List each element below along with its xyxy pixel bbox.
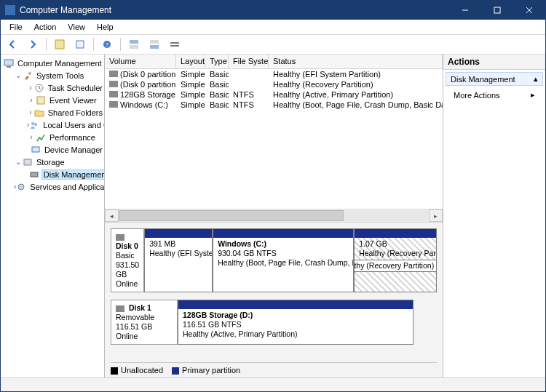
partition-cap <box>213 229 353 238</box>
chevron-right-icon: ▸ <box>531 90 535 100</box>
partition-strip: 128GB Storage (D:)116.51 GB NTFSHealthy … <box>178 300 437 345</box>
chevron-up-icon: ▴ <box>534 74 538 84</box>
tree-device-manager[interactable]: Device Manager <box>1 143 104 156</box>
legend-unallocated: Unallocated <box>111 366 163 375</box>
event-icon <box>36 95 46 105</box>
device-icon <box>31 145 41 155</box>
volume-row[interactable]: (Disk 0 partition 1)SimpleBasicHealthy (… <box>105 69 443 79</box>
legend-primary: Primary partition <box>172 366 240 375</box>
expand-icon[interactable]: › <box>27 108 34 116</box>
svg-text:?: ? <box>106 41 109 48</box>
disk-icon <box>109 81 118 87</box>
disk-row: Disk 1Removable116.51 GBOnline128GB Stor… <box>111 300 437 345</box>
scroll-thumb[interactable] <box>119 210 344 221</box>
partition-cap <box>178 300 413 309</box>
svg-rect-12 <box>170 42 179 44</box>
folder-icon <box>34 108 44 118</box>
tree-local-users[interactable]: ›Local Users and Groups <box>1 119 104 131</box>
svg-rect-5 <box>76 41 84 48</box>
col-volume[interactable]: Volume <box>105 55 176 69</box>
tree-storage[interactable]: ⌄Storage <box>1 156 104 168</box>
tree-shared-folders[interactable]: ›Shared Folders <box>1 106 104 119</box>
col-type[interactable]: Type <box>205 55 229 69</box>
expand-icon[interactable]: › <box>27 133 36 141</box>
svg-rect-8 <box>130 40 138 44</box>
partition[interactable]: Windows (C:)930.04 GB NTFSHealthy (Boot,… <box>213 228 354 292</box>
maximize-button[interactable] <box>481 1 513 20</box>
nav-tree[interactable]: Computer Management (Local) ⌄ System Too… <box>1 55 105 377</box>
collapse-icon[interactable]: ⌄ <box>14 71 23 79</box>
disk-diagram: Disk 0Basic931.50 GBOnline391 MBHealthy … <box>105 222 443 377</box>
h-scrollbar[interactable]: ◂ ▸ <box>105 209 443 222</box>
volume-row[interactable]: Windows (C:)SimpleBasicNTFSHealthy (Boot… <box>105 100 443 110</box>
tree-performance[interactable]: ›Performance <box>1 131 104 143</box>
svg-rect-21 <box>32 147 39 152</box>
tree-event-viewer[interactable]: ›Event Viewer <box>1 94 104 106</box>
close-button[interactable] <box>513 1 545 20</box>
svg-rect-22 <box>24 159 31 165</box>
forward-button[interactable] <box>24 36 41 53</box>
menu-help[interactable]: Help <box>91 21 119 33</box>
menu-action[interactable]: Action <box>28 21 63 33</box>
svg-rect-9 <box>130 45 138 49</box>
scroll-left-icon[interactable]: ◂ <box>105 209 119 222</box>
swatch-blue <box>172 367 179 375</box>
tooltip: Healthy (Recovery Partition) <box>354 260 437 272</box>
tree-root[interactable]: Computer Management (Local) <box>1 57 104 69</box>
disk-icon <box>116 234 124 241</box>
volume-header: Volume Layout Type File System Status <box>105 55 443 69</box>
collapse-icon[interactable]: ⌄ <box>14 158 23 166</box>
scroll-right-icon[interactable]: ▸ <box>429 209 443 222</box>
users-icon <box>29 120 39 130</box>
actions-pane: Actions Disk Management ▴ More Actions ▸ <box>443 55 545 377</box>
scroll-track[interactable] <box>119 210 429 221</box>
col-fs[interactable]: File System <box>229 55 269 69</box>
perf-icon <box>36 132 46 143</box>
disk-icon <box>109 91 118 97</box>
svg-rect-15 <box>7 66 11 68</box>
volume-list[interactable]: (Disk 0 partition 1)SimpleBasicHealthy (… <box>105 69 443 209</box>
disk-icon <box>29 169 39 180</box>
disk-row: Disk 0Basic931.50 GBOnline391 MBHealthy … <box>111 228 437 292</box>
tree-disk-management[interactable]: Disk Management <box>1 168 104 180</box>
menu-file[interactable]: File <box>4 21 28 33</box>
properties-button[interactable] <box>71 36 89 53</box>
settings-button[interactable] <box>166 36 183 53</box>
volume-row[interactable]: (Disk 0 partition 4)SimpleBasicHealthy (… <box>105 79 443 89</box>
minimize-button[interactable] <box>449 1 481 20</box>
storage-icon <box>23 157 33 167</box>
expand-icon[interactable]: › <box>27 84 34 92</box>
tree-services-apps[interactable]: ›Services and Applications <box>1 180 104 193</box>
actions-header: Actions <box>443 55 545 70</box>
disk-head[interactable]: Disk 1Removable116.51 GBOnline <box>111 300 178 345</box>
expand-icon[interactable]: › <box>27 96 36 104</box>
partition[interactable]: 1.07 GBHealthy (Recovery Partition)Healt… <box>354 228 437 292</box>
app-icon <box>5 5 15 15</box>
separator <box>46 38 47 51</box>
view-bottom-button[interactable] <box>146 36 163 53</box>
partition[interactable]: 128GB Storage (D:)116.51 GB NTFSHealthy … <box>178 300 414 345</box>
col-status[interactable]: Status <box>269 55 443 69</box>
action-more[interactable]: More Actions ▸ <box>443 88 545 102</box>
disk-head[interactable]: Disk 0Basic931.50 GBOnline <box>111 228 144 292</box>
view-top-button[interactable] <box>125 36 143 53</box>
show-hide-tree-button[interactable] <box>51 36 68 53</box>
computer-icon <box>4 58 14 68</box>
disk-icon <box>109 71 118 77</box>
partition-cap <box>145 229 212 238</box>
menu-view[interactable]: View <box>62 21 91 33</box>
svg-rect-14 <box>4 60 13 65</box>
tool-bar: ? <box>1 35 545 55</box>
tree-system-tools[interactable]: ⌄ System Tools <box>1 69 104 81</box>
svg-rect-18 <box>37 97 44 104</box>
window-title: Computer Management <box>20 5 449 15</box>
menu-bar: File Action View Help <box>1 20 545 35</box>
back-button[interactable] <box>4 36 21 53</box>
clock-icon <box>34 83 44 93</box>
volume-row[interactable]: 128GB Storage (D:)SimpleBasicNTFSHealthy… <box>105 89 443 100</box>
partition[interactable]: 391 MBHealthy (EFI System Partition) <box>144 228 213 292</box>
actions-section[interactable]: Disk Management ▴ <box>446 72 543 86</box>
tree-task-scheduler[interactable]: ›Task Scheduler <box>1 81 104 94</box>
col-layout[interactable]: Layout <box>176 55 205 69</box>
help-button[interactable]: ? <box>98 36 116 53</box>
